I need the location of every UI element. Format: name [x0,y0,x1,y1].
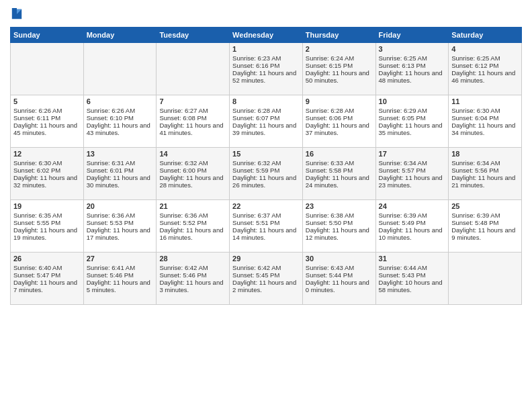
day-number: 24 [379,202,446,210]
calendar-cell: 6Sunrise: 6:26 AMSunset: 6:10 PMDaylight… [83,95,157,148]
day-number: 8 [232,97,300,105]
sunrise: Sunrise: 6:36 AM [87,212,135,219]
daylight: Daylight: 11 hours and 26 minutes. [232,174,296,189]
sunrise: Sunrise: 6:32 AM [232,159,281,167]
sunset: Sunset: 6:11 PM [13,114,60,122]
sunrise: Sunrise: 6:28 AM [232,107,281,114]
day-number: 12 [13,150,81,158]
sunrise: Sunrise: 6:26 AM [87,107,135,114]
calendar-cell: 30Sunrise: 6:43 AMSunset: 5:44 PMDayligh… [302,253,375,305]
calendar-cell: 14Sunrise: 6:32 AMSunset: 6:00 PMDayligh… [157,148,230,200]
calendar-container: SundayMondayTuesdayWednesdayThursdayFrid… [0,0,532,312]
day-header: Tuesday [157,28,230,43]
calendar-table: SundayMondayTuesdayWednesdayThursdayFrid… [10,27,522,305]
sunset: Sunset: 5:48 PM [451,219,498,226]
sunset: Sunset: 6:08 PM [159,114,206,122]
sunset: Sunset: 5:55 PM [13,219,60,226]
day-number: 29 [232,255,300,263]
sunset: Sunset: 5:44 PM [306,271,353,279]
calendar-cell [83,43,157,95]
daylight: Daylight: 11 hours and 24 minutes. [306,174,369,189]
calendar-cell [157,43,230,95]
calendar-cell: 11Sunrise: 6:30 AMSunset: 6:04 PMDayligh… [449,95,522,148]
daylight: Daylight: 11 hours and 46 minutes. [451,69,515,84]
sunrise: Sunrise: 6:37 AM [232,212,281,219]
sunset: Sunset: 6:05 PM [379,114,426,122]
daylight: Daylight: 11 hours and 43 minutes. [87,122,150,136]
day-number: 27 [87,255,154,263]
sunrise: Sunrise: 6:34 AM [451,159,500,167]
day-number: 23 [306,202,373,210]
sunrise: Sunrise: 6:24 AM [306,54,354,62]
day-number: 13 [87,150,154,158]
sunrise: Sunrise: 6:41 AM [87,264,135,271]
day-number: 15 [232,150,300,158]
sunrise: Sunrise: 6:27 AM [159,107,208,114]
calendar-cell: 23Sunrise: 6:38 AMSunset: 5:50 PMDayligh… [302,200,375,253]
sunrise: Sunrise: 6:35 AM [13,212,62,219]
day-number: 1 [232,45,300,53]
day-number: 30 [306,255,373,263]
day-number: 22 [232,202,300,210]
calendar-cell: 18Sunrise: 6:34 AMSunset: 5:56 PMDayligh… [449,148,522,200]
calendar-cell: 12Sunrise: 6:30 AMSunset: 6:02 PMDayligh… [11,148,84,200]
daylight: Daylight: 11 hours and 14 minutes. [232,226,296,241]
daylight: Daylight: 11 hours and 34 minutes. [451,122,515,136]
day-number: 26 [13,255,81,263]
header-row: SundayMondayTuesdayWednesdayThursdayFrid… [11,28,522,43]
calendar-cell: 1Sunrise: 6:23 AMSunset: 6:16 PMDaylight… [230,43,303,95]
sunset: Sunset: 5:59 PM [232,167,279,174]
sunset: Sunset: 6:01 PM [87,167,134,174]
daylight: Daylight: 11 hours and 9 minutes. [451,226,515,241]
sunrise: Sunrise: 6:39 AM [451,212,500,219]
sunset: Sunset: 5:46 PM [87,271,134,279]
sunrise: Sunrise: 6:30 AM [451,107,500,114]
sunset: Sunset: 5:52 PM [159,219,206,226]
daylight: Daylight: 11 hours and 35 minutes. [379,122,443,136]
day-number: 7 [159,97,226,105]
calendar-cell: 21Sunrise: 6:36 AMSunset: 5:52 PMDayligh… [157,200,230,253]
sunset: Sunset: 6:12 PM [451,62,498,69]
day-number: 2 [306,45,373,53]
sunset: Sunset: 6:16 PM [232,62,279,69]
day-number: 5 [13,97,81,105]
sunrise: Sunrise: 6:34 AM [379,159,427,167]
sunrise: Sunrise: 6:42 AM [159,264,208,271]
calendar-cell: 27Sunrise: 6:41 AMSunset: 5:46 PMDayligh… [83,253,157,305]
week-row: 12Sunrise: 6:30 AMSunset: 6:02 PMDayligh… [11,148,522,200]
sunrise: Sunrise: 6:43 AM [306,264,354,271]
daylight: Daylight: 11 hours and 45 minutes. [13,122,77,136]
day-number: 9 [306,97,373,105]
sunset: Sunset: 5:58 PM [306,167,353,174]
day-number: 3 [379,45,446,53]
calendar-cell: 16Sunrise: 6:33 AMSunset: 5:58 PMDayligh… [302,148,375,200]
daylight: Daylight: 11 hours and 7 minutes. [13,279,77,293]
sunrise: Sunrise: 6:33 AM [306,159,354,167]
sunrise: Sunrise: 6:42 AM [232,264,281,271]
day-number: 6 [87,97,154,105]
sunrise: Sunrise: 6:31 AM [87,159,135,167]
sunrise: Sunrise: 6:40 AM [13,264,62,271]
sunset: Sunset: 6:04 PM [451,114,498,122]
day-number: 11 [451,97,519,105]
calendar-cell: 9Sunrise: 6:28 AMSunset: 6:06 PMDaylight… [302,95,375,148]
calendar-cell: 8Sunrise: 6:28 AMSunset: 6:07 PMDaylight… [230,95,303,148]
day-header: Thursday [302,28,375,43]
week-row: 19Sunrise: 6:35 AMSunset: 5:55 PMDayligh… [11,200,522,253]
daylight: Daylight: 11 hours and 21 minutes. [451,174,515,189]
day-number: 31 [379,255,446,263]
day-number: 16 [306,150,373,158]
sunset: Sunset: 5:45 PM [232,271,279,279]
day-header: Sunday [11,28,84,43]
calendar-cell: 13Sunrise: 6:31 AMSunset: 6:01 PMDayligh… [83,148,157,200]
calendar-cell: 10Sunrise: 6:29 AMSunset: 6:05 PMDayligh… [375,95,449,148]
day-number: 25 [451,202,519,210]
sunset: Sunset: 5:46 PM [159,271,206,279]
daylight: Daylight: 11 hours and 19 minutes. [13,226,77,241]
day-number: 20 [87,202,154,210]
day-number: 4 [451,45,519,53]
sunset: Sunset: 6:15 PM [306,62,353,69]
sunrise: Sunrise: 6:25 AM [451,54,500,62]
daylight: Daylight: 11 hours and 48 minutes. [379,69,443,84]
logo [10,7,23,21]
